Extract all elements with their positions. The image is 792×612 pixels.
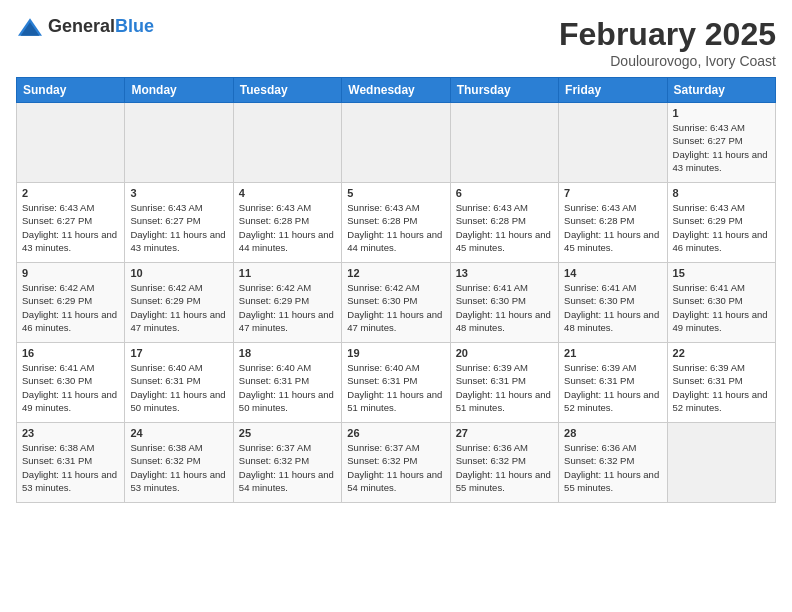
table-row: 19 Sunrise: 6:40 AMSunset: 6:31 PMDaylig… [342, 343, 450, 423]
logo-icon [16, 17, 44, 37]
page-header: GeneralBlue February 2025 Doulourovogo, … [16, 16, 776, 69]
day-number: 2 [22, 187, 119, 199]
calendar-header-row: Sunday Monday Tuesday Wednesday Thursday… [17, 78, 776, 103]
day-info: Sunrise: 6:36 AMSunset: 6:32 PMDaylight:… [456, 441, 553, 494]
col-saturday: Saturday [667, 78, 775, 103]
day-number: 22 [673, 347, 770, 359]
day-info: Sunrise: 6:42 AMSunset: 6:30 PMDaylight:… [347, 281, 444, 334]
day-info: Sunrise: 6:43 AMSunset: 6:27 PMDaylight:… [130, 201, 227, 254]
day-number: 12 [347, 267, 444, 279]
day-number: 3 [130, 187, 227, 199]
table-row [233, 103, 341, 183]
table-row: 3 Sunrise: 6:43 AMSunset: 6:27 PMDayligh… [125, 183, 233, 263]
day-number: 4 [239, 187, 336, 199]
logo-general: General [48, 16, 115, 36]
day-number: 13 [456, 267, 553, 279]
col-friday: Friday [559, 78, 667, 103]
table-row: 1 Sunrise: 6:43 AMSunset: 6:27 PMDayligh… [667, 103, 775, 183]
day-info: Sunrise: 6:41 AMSunset: 6:30 PMDaylight:… [22, 361, 119, 414]
week-row-4: 16 Sunrise: 6:41 AMSunset: 6:30 PMDaylig… [17, 343, 776, 423]
table-row: 4 Sunrise: 6:43 AMSunset: 6:28 PMDayligh… [233, 183, 341, 263]
table-row: 6 Sunrise: 6:43 AMSunset: 6:28 PMDayligh… [450, 183, 558, 263]
day-info: Sunrise: 6:43 AMSunset: 6:27 PMDaylight:… [673, 121, 770, 174]
day-info: Sunrise: 6:37 AMSunset: 6:32 PMDaylight:… [239, 441, 336, 494]
month-title: February 2025 [559, 16, 776, 53]
day-number: 6 [456, 187, 553, 199]
day-info: Sunrise: 6:39 AMSunset: 6:31 PMDaylight:… [564, 361, 661, 414]
day-info: Sunrise: 6:42 AMSunset: 6:29 PMDaylight:… [130, 281, 227, 334]
table-row: 13 Sunrise: 6:41 AMSunset: 6:30 PMDaylig… [450, 263, 558, 343]
day-info: Sunrise: 6:42 AMSunset: 6:29 PMDaylight:… [22, 281, 119, 334]
table-row [125, 103, 233, 183]
day-number: 21 [564, 347, 661, 359]
calendar-table: Sunday Monday Tuesday Wednesday Thursday… [16, 77, 776, 503]
day-number: 16 [22, 347, 119, 359]
day-info: Sunrise: 6:43 AMSunset: 6:27 PMDaylight:… [22, 201, 119, 254]
day-number: 7 [564, 187, 661, 199]
day-info: Sunrise: 6:43 AMSunset: 6:29 PMDaylight:… [673, 201, 770, 254]
table-row: 9 Sunrise: 6:42 AMSunset: 6:29 PMDayligh… [17, 263, 125, 343]
table-row: 15 Sunrise: 6:41 AMSunset: 6:30 PMDaylig… [667, 263, 775, 343]
table-row [342, 103, 450, 183]
col-monday: Monday [125, 78, 233, 103]
logo-blue: Blue [115, 16, 154, 36]
day-info: Sunrise: 6:41 AMSunset: 6:30 PMDaylight:… [673, 281, 770, 334]
day-info: Sunrise: 6:39 AMSunset: 6:31 PMDaylight:… [673, 361, 770, 414]
day-info: Sunrise: 6:43 AMSunset: 6:28 PMDaylight:… [564, 201, 661, 254]
day-number: 10 [130, 267, 227, 279]
col-wednesday: Wednesday [342, 78, 450, 103]
table-row: 17 Sunrise: 6:40 AMSunset: 6:31 PMDaylig… [125, 343, 233, 423]
col-tuesday: Tuesday [233, 78, 341, 103]
week-row-5: 23 Sunrise: 6:38 AMSunset: 6:31 PMDaylig… [17, 423, 776, 503]
day-info: Sunrise: 6:40 AMSunset: 6:31 PMDaylight:… [130, 361, 227, 414]
table-row [17, 103, 125, 183]
table-row: 20 Sunrise: 6:39 AMSunset: 6:31 PMDaylig… [450, 343, 558, 423]
table-row: 28 Sunrise: 6:36 AMSunset: 6:32 PMDaylig… [559, 423, 667, 503]
day-number: 8 [673, 187, 770, 199]
day-number: 1 [673, 107, 770, 119]
table-row: 24 Sunrise: 6:38 AMSunset: 6:32 PMDaylig… [125, 423, 233, 503]
table-row [667, 423, 775, 503]
day-number: 26 [347, 427, 444, 439]
table-row: 26 Sunrise: 6:37 AMSunset: 6:32 PMDaylig… [342, 423, 450, 503]
table-row: 12 Sunrise: 6:42 AMSunset: 6:30 PMDaylig… [342, 263, 450, 343]
table-row: 18 Sunrise: 6:40 AMSunset: 6:31 PMDaylig… [233, 343, 341, 423]
day-number: 15 [673, 267, 770, 279]
location-title: Doulourovogo, Ivory Coast [559, 53, 776, 69]
day-number: 25 [239, 427, 336, 439]
table-row: 10 Sunrise: 6:42 AMSunset: 6:29 PMDaylig… [125, 263, 233, 343]
day-number: 9 [22, 267, 119, 279]
week-row-3: 9 Sunrise: 6:42 AMSunset: 6:29 PMDayligh… [17, 263, 776, 343]
day-info: Sunrise: 6:42 AMSunset: 6:29 PMDaylight:… [239, 281, 336, 334]
day-info: Sunrise: 6:38 AMSunset: 6:31 PMDaylight:… [22, 441, 119, 494]
table-row: 11 Sunrise: 6:42 AMSunset: 6:29 PMDaylig… [233, 263, 341, 343]
table-row: 25 Sunrise: 6:37 AMSunset: 6:32 PMDaylig… [233, 423, 341, 503]
day-info: Sunrise: 6:41 AMSunset: 6:30 PMDaylight:… [564, 281, 661, 334]
table-row: 27 Sunrise: 6:36 AMSunset: 6:32 PMDaylig… [450, 423, 558, 503]
day-info: Sunrise: 6:40 AMSunset: 6:31 PMDaylight:… [347, 361, 444, 414]
table-row: 2 Sunrise: 6:43 AMSunset: 6:27 PMDayligh… [17, 183, 125, 263]
day-number: 18 [239, 347, 336, 359]
table-row: 7 Sunrise: 6:43 AMSunset: 6:28 PMDayligh… [559, 183, 667, 263]
day-number: 20 [456, 347, 553, 359]
week-row-1: 1 Sunrise: 6:43 AMSunset: 6:27 PMDayligh… [17, 103, 776, 183]
day-number: 19 [347, 347, 444, 359]
col-sunday: Sunday [17, 78, 125, 103]
logo: GeneralBlue [16, 16, 154, 37]
day-number: 23 [22, 427, 119, 439]
day-number: 11 [239, 267, 336, 279]
day-info: Sunrise: 6:41 AMSunset: 6:30 PMDaylight:… [456, 281, 553, 334]
table-row: 8 Sunrise: 6:43 AMSunset: 6:29 PMDayligh… [667, 183, 775, 263]
table-row [559, 103, 667, 183]
logo-text: GeneralBlue [48, 16, 154, 37]
day-info: Sunrise: 6:40 AMSunset: 6:31 PMDaylight:… [239, 361, 336, 414]
day-number: 5 [347, 187, 444, 199]
table-row: 23 Sunrise: 6:38 AMSunset: 6:31 PMDaylig… [17, 423, 125, 503]
day-info: Sunrise: 6:36 AMSunset: 6:32 PMDaylight:… [564, 441, 661, 494]
day-number: 24 [130, 427, 227, 439]
day-number: 28 [564, 427, 661, 439]
day-info: Sunrise: 6:43 AMSunset: 6:28 PMDaylight:… [347, 201, 444, 254]
table-row: 14 Sunrise: 6:41 AMSunset: 6:30 PMDaylig… [559, 263, 667, 343]
day-info: Sunrise: 6:38 AMSunset: 6:32 PMDaylight:… [130, 441, 227, 494]
day-info: Sunrise: 6:43 AMSunset: 6:28 PMDaylight:… [456, 201, 553, 254]
